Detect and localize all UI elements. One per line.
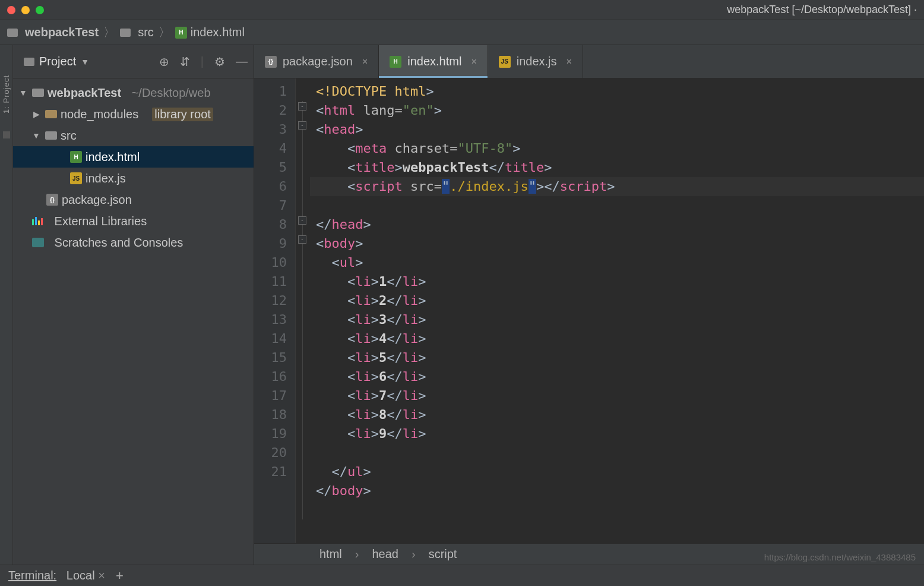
close-icon[interactable]: × [98,569,105,582]
hide-panel-icon[interactable]: — [236,55,248,68]
maximize-window-icon[interactable] [36,6,44,14]
tree-file-index-js[interactable]: JSindex.js [13,168,254,189]
chevron-down-icon: ▼ [81,57,89,67]
terminal-label[interactable]: Terminal: [8,569,56,582]
locate-icon[interactable]: ⊕ [159,55,169,69]
tree-root[interactable]: ▼webpackTest ~/Desktop/web [13,82,254,103]
folder-icon [24,58,34,66]
folder-icon [32,89,44,97]
add-terminal-icon[interactable]: + [116,568,124,584]
project-panel-header: Project ▼ ⊕ ⇵ | ⚙ — [13,45,254,78]
project-panel-label: Project [39,55,76,68]
title-bar: webpackTest [~/Desktop/webpackTest] · [0,0,924,20]
tab-index-js[interactable]: JSindex.js× [488,45,583,78]
fold-column[interactable]: - - - - [296,78,310,543]
folder-icon [45,131,57,140]
terminal-session[interactable]: Local [67,569,95,582]
crumb-html[interactable]: html [319,547,342,561]
tool-window-stripe[interactable]: 1: Project [0,45,13,565]
js-file-icon: JS [70,172,82,184]
tree-node-modules[interactable]: ▶node_modules library root [13,103,254,125]
js-file-icon: JS [499,56,511,68]
tree-external-libraries[interactable]: External Libraries [13,210,254,232]
line-number-gutter[interactable]: 123456789101112131415161718192021 [254,78,296,543]
chevron-right-icon: 〉 [159,24,170,40]
project-tool-tab[interactable]: 1: Project [2,75,11,114]
breadcrumb-folder[interactable]: src [120,26,154,39]
library-icon [32,217,44,225]
close-icon[interactable]: × [567,56,572,67]
json-file-icon: {} [46,194,58,206]
scratches-icon [32,238,44,247]
breadcrumb-bar: webpackTest 〉 src 〉 Hindex.html [0,20,924,45]
html-file-icon: H [70,151,82,163]
project-tree: ▼webpackTest ~/Desktop/web ▶node_modules… [13,78,254,253]
window-controls [7,6,44,14]
breadcrumb-file[interactable]: Hindex.html [175,26,245,39]
tree-file-package-json[interactable]: {}package.json [13,189,254,210]
breadcrumb-root[interactable]: webpackTest [7,26,99,39]
code-editor[interactable]: <!DOCTYPE html> <html lang="en"> <head> … [310,78,924,543]
tree-file-index-html[interactable]: Hindex.html [13,146,254,168]
crumb-head[interactable]: head [372,547,398,561]
editor-tabs: {}package.json× Hindex.html× JSindex.js× [254,45,924,78]
chevron-right-icon: 〉 [103,24,115,40]
status-bar: Terminal: Local × + [0,565,924,586]
collapse-all-icon[interactable]: ⇵ [180,55,190,69]
minimize-window-icon[interactable] [21,6,30,14]
watermark-text: https://blog.csdn.net/weixin_43883485 [764,552,916,562]
tab-package-json[interactable]: {}package.json× [254,45,379,78]
html-file-icon: H [390,56,401,68]
crumb-script[interactable]: script [429,547,457,561]
project-sidebar: Project ▼ ⊕ ⇵ | ⚙ — ▼webpackTest ~/Deskt… [13,45,254,565]
tree-scratches[interactable]: Scratches and Consoles [13,232,254,253]
html-file-icon: H [175,27,187,39]
gear-icon[interactable]: ⚙ [214,55,225,69]
json-file-icon: {} [265,56,277,68]
close-window-icon[interactable] [7,6,15,14]
window-title: webpackTest [~/Desktop/webpackTest] · [727,4,917,16]
close-icon[interactable]: × [362,56,368,67]
folder-icon [120,29,131,37]
folder-icon [7,29,18,37]
tab-index-html[interactable]: Hindex.html× [379,45,488,78]
structure-tool-icon[interactable] [3,131,10,138]
close-icon[interactable]: × [471,56,476,67]
tree-src[interactable]: ▼src [13,125,254,146]
folder-icon [45,110,57,118]
editor-area: {}package.json× Hindex.html× JSindex.js×… [254,45,924,565]
project-view-selector[interactable]: Project ▼ [19,52,94,71]
